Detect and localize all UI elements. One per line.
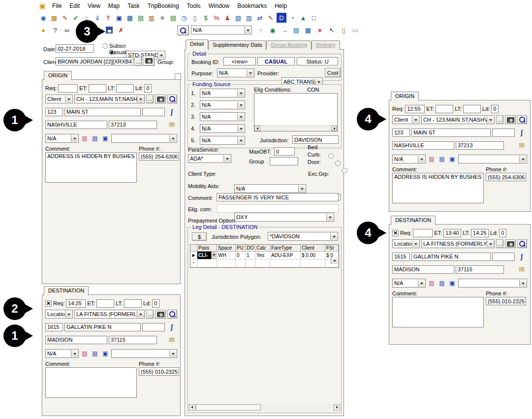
route-button[interactable] xyxy=(516,129,527,136)
client-type-select[interactable]: N/A xyxy=(234,184,306,193)
go-icon[interactable]: → xyxy=(280,25,289,35)
grid-cell[interactable] xyxy=(301,259,325,267)
ld-input[interactable]: 0 xyxy=(499,229,506,237)
city-input[interactable]: NASHVILLE xyxy=(392,141,454,150)
section-tab[interactable]: ORIGIN xyxy=(44,71,72,80)
clock-icon[interactable]: ◷ xyxy=(179,13,189,23)
grid-header-cell[interactable]: Space xyxy=(217,245,236,252)
window-new-trip-icon[interactable]: ∗ xyxy=(315,25,325,35)
poi-select[interactable]: N/A xyxy=(45,349,79,358)
zip-input[interactable]: 37213 xyxy=(456,141,504,150)
extra-select[interactable] xyxy=(111,349,177,358)
map-locate-icon[interactable] xyxy=(101,134,110,143)
grid-cell[interactable]: ADU-EXP xyxy=(270,252,301,259)
mobility-select[interactable]: OXY xyxy=(234,213,334,222)
app-icon[interactable] xyxy=(37,1,47,11)
cancel-icon[interactable]: ✗ xyxy=(116,25,126,35)
street-number-input[interactable]: 1615 xyxy=(45,323,63,331)
unit-input[interactable] xyxy=(492,253,515,261)
trip-comment-input[interactable]: PASSENGER IS VERY NICE xyxy=(217,193,339,201)
city-input[interactable]: MADISON xyxy=(392,265,454,274)
address-browse-button[interactable]: ... xyxy=(496,239,503,248)
tab[interactable]: Detail xyxy=(186,39,208,50)
group-input[interactable] xyxy=(270,157,298,165)
address-search-button[interactable] xyxy=(167,95,177,103)
eligcom-input[interactable] xyxy=(217,204,339,213)
tab[interactable]: Supplementary Data xyxy=(208,40,266,50)
lt-input[interactable] xyxy=(463,105,481,113)
comment-box[interactable]: ADDRESS IS HIDDEN BY BUSHES xyxy=(392,173,484,203)
extra-select[interactable] xyxy=(458,155,527,163)
route-button[interactable] xyxy=(166,323,177,331)
mail-button[interactable] xyxy=(166,121,177,129)
address-select[interactable]: CH - 123,MAIN ST,NASHVIL xyxy=(421,115,495,124)
annotate-icon[interactable]: ✎ xyxy=(266,13,276,23)
comment-box[interactable] xyxy=(392,297,484,327)
address-select[interactable]: LA FITNESS (FORMERLY URI xyxy=(421,239,495,248)
address-select[interactable]: LA FITNESS (FORMERLY URI xyxy=(74,310,145,319)
street-number-input[interactable]: 1615 xyxy=(392,253,410,261)
grid-header-cell[interactable] xyxy=(190,245,197,252)
menu-item[interactable]: File xyxy=(48,1,65,11)
grid-cell[interactable] xyxy=(270,259,301,267)
door-radio[interactable] xyxy=(342,168,347,173)
phone-input[interactable]: (555) 010-2325 xyxy=(486,297,526,305)
et-input[interactable] xyxy=(96,299,114,308)
section-tab[interactable]: ORIGIN xyxy=(391,92,419,101)
grid-header-cell[interactable]: Pass xyxy=(197,245,217,252)
street-number-input[interactable]: 123 xyxy=(392,129,410,137)
grid-cell[interactable] xyxy=(217,259,236,267)
address-photo-button[interactable] xyxy=(505,115,516,124)
schedule-icon[interactable]: ▥ xyxy=(147,13,156,23)
purpose-select[interactable]: N/A xyxy=(217,68,254,77)
address-type-select[interactable]: Location xyxy=(392,239,420,248)
clients-icon[interactable]: ♟ xyxy=(222,13,232,23)
ld-input[interactable]: 0 xyxy=(144,84,152,93)
tab[interactable]: Group Booking xyxy=(266,40,311,50)
jurpoly-select[interactable]: *DAVIDSON xyxy=(268,232,338,241)
grid-cell[interactable]: WH xyxy=(217,252,236,259)
street-name-input[interactable]: MAIN ST xyxy=(411,129,491,137)
trip-table-icon[interactable]: ▦ xyxy=(125,13,135,23)
map-window-icon[interactable] xyxy=(438,155,446,163)
subscr-radio[interactable] xyxy=(102,43,108,49)
map-window-icon[interactable]: ▤ xyxy=(136,13,146,23)
dispatch-icon[interactable]: D xyxy=(277,13,286,23)
unit-input[interactable] xyxy=(142,108,165,116)
landmark-icon[interactable] xyxy=(80,349,89,358)
address-browse-button[interactable]: ... xyxy=(496,115,503,124)
poi-select[interactable]: N/A xyxy=(392,155,426,163)
grid-cell[interactable]: $ 0.00 xyxy=(301,252,325,259)
grid-cell[interactable]: 0 xyxy=(236,252,246,259)
address-search-button[interactable] xyxy=(517,115,527,124)
pass-cell-select[interactable]: CLI- xyxy=(197,252,217,259)
landmark-icon[interactable] xyxy=(427,155,436,163)
pointer-icon[interactable]: ↖ xyxy=(327,25,337,35)
percent-icon[interactable]: % xyxy=(212,13,221,23)
lt-input[interactable] xyxy=(116,84,134,93)
zip-input[interactable]: 37115 xyxy=(109,336,157,344)
city-input[interactable]: NASHVILLE xyxy=(45,121,107,129)
cost-button[interactable]: Cost xyxy=(325,68,341,77)
up-icon[interactable]: ↑ xyxy=(256,25,266,35)
funding-select[interactable]: N/A xyxy=(200,89,245,97)
clipboard-icon[interactable]: ▯ xyxy=(190,13,200,23)
address-photo-button[interactable] xyxy=(155,310,166,319)
fare-icon[interactable]: $ xyxy=(201,13,211,23)
export-icon[interactable]: ⇑ xyxy=(103,13,113,23)
address-photo-button[interactable] xyxy=(505,239,516,248)
chart-icon[interactable]: ▲ xyxy=(298,13,308,23)
clipboard-icon[interactable]: ▯ xyxy=(339,25,348,35)
req-time-input[interactable]: 12:55 xyxy=(405,105,425,113)
elig-conditions-list[interactable] xyxy=(254,93,338,131)
extra-select[interactable] xyxy=(111,134,177,143)
menu-item[interactable]: Task xyxy=(124,1,144,11)
tab[interactable]: Itinerary xyxy=(312,40,340,50)
et-input[interactable]: 13:40 xyxy=(443,229,461,237)
zip-input[interactable]: 37213 xyxy=(109,121,157,129)
grid-header-cell[interactable]: FareType xyxy=(270,245,301,252)
req-checkbox[interactable] xyxy=(392,230,399,236)
quick-find-select[interactable]: N/A xyxy=(191,26,252,34)
unit-input[interactable] xyxy=(142,323,165,331)
grid-cell[interactable]: Yes xyxy=(255,252,270,259)
